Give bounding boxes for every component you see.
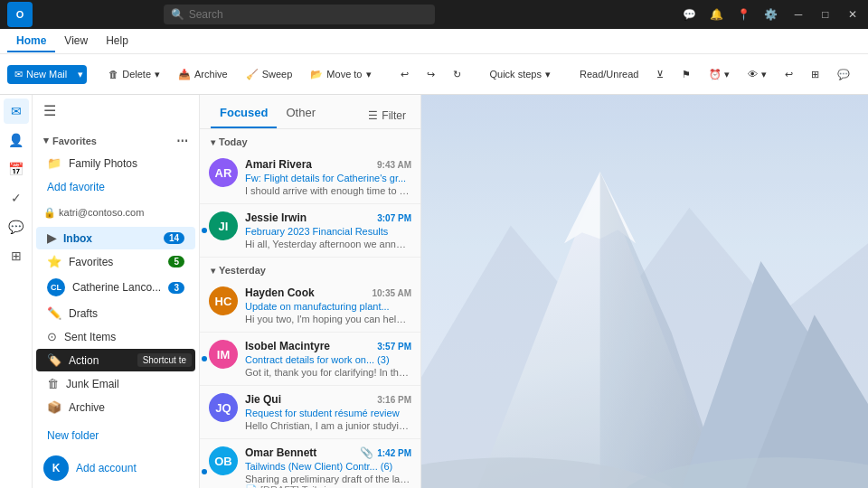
avatar: JI [209,211,238,240]
sidebar-header: ☰ [33,95,199,127]
attachment-icon: 📎 [360,446,373,459]
unread-indicator [202,469,207,474]
search-input[interactable] [164,5,435,24]
quick-steps-button[interactable]: Quick steps ▾ [483,65,558,84]
clock-button[interactable]: ⏰ ▾ [702,65,737,84]
email-item[interactable]: AR Amari Rivera 9:43 AM Fw: Flight detai… [200,151,420,204]
new-mail-dropdown[interactable]: ▾ [74,65,87,84]
sidebar-item-favorites[interactable]: ⭐ Favorites 5 [36,250,195,273]
avatar: HC [209,286,238,315]
account-bar: 🔒 katri@contoso.com [33,203,199,222]
sidebar-item-junk[interactable]: 🗑 Junk Email [36,372,195,395]
sidebar-item-sent[interactable]: ⊙ Sent Items [36,325,195,348]
favorites-action-icon[interactable]: ⋯ [176,134,188,147]
redo-button[interactable]: ↪ [420,65,442,84]
tab-other[interactable]: Other [277,102,325,128]
sweep-button[interactable]: 🧹 Sweep [239,65,300,84]
new-mail-icon: ✉ [14,69,23,80]
archive-button[interactable]: 📥 Archive [171,65,235,84]
email-content: Amari Rivera 9:43 AM Fw: Flight details … [245,158,411,196]
chevron-down-icon: ▾ [211,266,215,276]
sidebar: ☰ ▾ Favorites ⋯ 📁 Family Photos Add favo… [33,95,200,488]
sidebar-item-catherine[interactable]: CL Catherine Lanco... 3 [36,274,195,301]
archive-icon: 📥 [178,69,191,80]
draft-icon: 📄 [245,484,258,488]
filter-button[interactable]: ⊻ [649,65,671,84]
sidebar-footer[interactable]: K Add account [33,448,199,488]
tab-focused[interactable]: Focused [211,102,277,128]
nav-calendar-icon[interactable]: 📅 [4,156,29,182]
sweep-icon: 🧹 [246,69,259,80]
sidebar-item-action[interactable]: 🏷️ Action Shortcut te [36,349,195,371]
nav-check-icon[interactable]: ✓ [4,185,29,211]
email-item[interactable]: HC Hayden Cook 10:35 AM Update on manufa… [200,279,420,333]
tab-view[interactable]: View [55,31,97,52]
title-bar: O 🔍 💬 🔔 📍 ⚙️ ─ □ ✕ [0,0,868,29]
tab-home[interactable]: Home [7,31,55,52]
email-sender: Amari Rivera 9:43 AM [245,158,411,171]
email-item[interactable]: OB Omar Bennett 📎 1:42 PM Tailwinds (New… [200,439,420,488]
sidebar-item-inbox[interactable]: ▶ Inbox 14 [36,227,195,249]
minimize-button[interactable]: ─ [790,6,807,23]
email-content: Jie Qui 3:16 PM Request for student résu… [245,393,411,431]
view-button[interactable]: 👁 ▾ [741,65,773,84]
favorites-section-header[interactable]: ▾ Favorites ⋯ [33,130,199,151]
favorites-label: Favorites [52,136,97,146]
close-button[interactable]: ✕ [844,6,861,23]
email-sender: Omar Bennett 📎 1:42 PM [245,446,411,459]
sidebar-item-archive[interactable]: 📦 Archive [36,396,195,418]
sidebar-item-family-photos[interactable]: 📁 Family Photos [36,152,195,174]
sidebar-item-drafts[interactable]: ✏️ Drafts [36,302,195,324]
undo-button[interactable]: ↩ [393,65,416,84]
email-preview: Got it, thank you for clarifying! In tha… [245,367,411,378]
maximize-button[interactable]: □ [817,6,834,23]
email-preview: I should arrive with enough time to atte… [245,185,411,196]
email-item[interactable]: JI Jessie Irwin 3:07 PM February 2023 Fi… [200,204,420,258]
email-sender: Jessie Irwin 3:07 PM [245,211,411,224]
email-item[interactable]: JQ Jie Qui 3:16 PM Request for student r… [200,386,420,439]
chat-icon[interactable]: 💬 [682,6,698,23]
comment-button[interactable]: 💬 [830,65,857,84]
add-favorite-link[interactable]: Add favorite [36,176,195,198]
title-bar-actions: 💬 🔔 📍 ⚙️ ─ □ ✕ [682,6,861,23]
move-to-button[interactable]: 📂 Move to ▾ [303,65,378,84]
grid-button[interactable]: ⊞ [804,65,826,84]
drafts-icon: ✏️ [47,306,61,320]
search-icon: 🔍 [171,8,184,21]
hamburger-menu[interactable]: ☰ [43,102,56,119]
filter-button[interactable]: ☰ Filter [364,106,410,126]
move-icon: 📂 [310,69,323,80]
inbox-badge: 14 [164,232,184,244]
bell-icon[interactable]: 🔔 [709,6,725,23]
avatar: JQ [209,393,238,422]
new-mail-button[interactable]: ✉ New Mail [7,65,74,84]
undo2-button[interactable]: ↩ [778,65,800,84]
catherine-badge: 3 [168,282,184,294]
flag-button[interactable]: ⚑ [675,65,698,84]
nav-mail-icon[interactable]: ✉ [4,99,29,124]
nav-icons: ✉ 👤 📅 ✓ 💬 ⊞ [0,95,33,488]
nav-people-icon[interactable]: 👤 [4,127,29,153]
settings-icon[interactable]: ⚙️ [763,6,779,23]
draft-label: 📄 [DRAFT] Tailwi... [245,484,411,488]
email-item[interactable]: IM Isobel Macintyre 3:57 PM Contract det… [200,333,420,386]
more-button[interactable]: ... [861,65,868,83]
email-preview: Sharing a preliminary draft of the lates… [245,474,411,484]
user-avatar: K [43,455,69,481]
redo2-button[interactable]: ↻ [446,65,468,84]
tab-help[interactable]: Help [97,31,137,52]
location-icon[interactable]: 📍 [736,6,752,23]
sidebar-favorites-section: ▾ Favorites ⋯ 📁 Family Photos Add favori… [33,127,199,203]
new-folder-link[interactable]: New folder [36,425,195,446]
nav-apps-icon[interactable]: ⊞ [4,243,29,268]
email-sender: Jie Qui 3:16 PM [245,393,411,406]
email-subject: Contract details for work on... (3) [245,354,411,365]
avatar: IM [209,340,238,369]
favorites-chevron: ▾ [43,135,49,146]
avatar: AR [209,158,238,187]
shortcut-tooltip: Shortcut te [137,353,192,367]
delete-button[interactable]: 🗑 Delete ▾ [101,65,167,84]
read-unread-button[interactable]: Read/Unread [572,65,646,83]
nav-chat-icon[interactable]: 💬 [4,214,29,239]
sidebar-main-section: ▶ Inbox 14 ⭐ Favorites 5 CL Catherine La… [33,222,199,423]
